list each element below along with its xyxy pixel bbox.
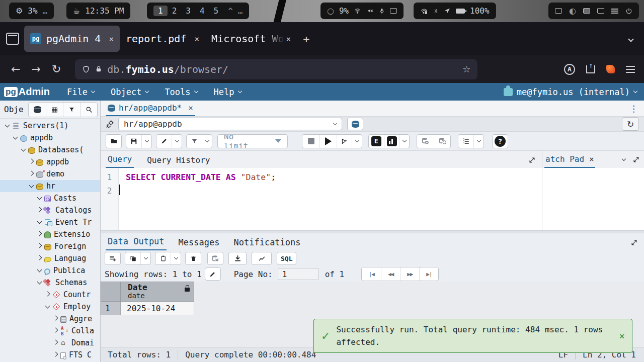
download-button[interactable] <box>229 252 246 264</box>
workspace-more[interactable]: … <box>238 6 243 16</box>
tree-item-servers-1[interactable]: Servers(1) <box>0 120 100 132</box>
account-icon[interactable]: A <box>564 64 575 75</box>
data-cell[interactable]: 2025-10-24 <box>121 302 194 315</box>
menu-tools[interactable]: Tools <box>165 87 197 97</box>
open-file-button[interactable] <box>106 135 121 148</box>
last-page-button[interactable]: ▶| <box>419 267 438 281</box>
close-tab-icon[interactable]: × <box>194 34 199 44</box>
expand-icon[interactable] <box>27 173 35 175</box>
grid-column-header[interactable]: Date date <box>121 282 194 302</box>
copy-button[interactable] <box>125 252 140 264</box>
edit-menu-button[interactable] <box>172 135 182 148</box>
status-widget-right[interactable]: ◐ <box>548 3 639 19</box>
workspace-1[interactable]: 1 <box>153 6 168 16</box>
filter-button[interactable] <box>187 135 202 148</box>
sql-editor[interactable]: 1 2 SELECT CURRENT_DATE AS "Date"; <box>101 168 542 230</box>
save-file-button[interactable] <box>126 135 141 148</box>
tab-scratch-pad[interactable]: atch Pad × <box>544 152 595 168</box>
tree-item-colla[interactable]: ↓Colla <box>0 325 100 337</box>
workspace-4[interactable]: 4 <box>195 6 209 16</box>
close-toast-icon[interactable]: × <box>619 330 625 341</box>
menu-icon[interactable] <box>611 9 618 14</box>
workspace-switcher[interactable]: 12345 ^ … <box>147 3 249 19</box>
next-page-button[interactable]: ▶▶ <box>400 267 419 281</box>
power-icon[interactable] <box>625 8 632 15</box>
tree-item-foreign[interactable]: Foreign <box>0 240 100 252</box>
tree-item-aggre[interactable]: Aggre <box>0 313 100 325</box>
chevron-down-icon[interactable] <box>622 156 626 160</box>
tree-item-event-tr[interactable]: Event Tr <box>0 216 100 228</box>
shield-icon[interactable] <box>82 65 90 73</box>
tree-item-employ[interactable]: Employ <box>0 301 100 313</box>
save-menu-button[interactable] <box>141 135 151 148</box>
tab-messages[interactable]: Messages <box>177 236 222 250</box>
paste-menu-button[interactable] <box>171 252 181 264</box>
tree-item-domai[interactable]: Domai <box>0 337 100 349</box>
code-area[interactable]: SELECT CURRENT_DATE AS "Date"; <box>119 168 542 230</box>
tab-notifications[interactable]: Notifications <box>231 236 302 250</box>
scratch-pad-body[interactable] <box>542 168 644 230</box>
expand-icon[interactable] <box>51 342 59 344</box>
workspace-5[interactable]: 5 <box>209 6 223 16</box>
copy-menu-button[interactable] <box>140 252 150 264</box>
execute-menu-button[interactable] <box>352 135 362 148</box>
url-bar[interactable]: db.fymio.us/browser/ ☆ <box>75 59 477 79</box>
execute-button[interactable] <box>319 135 337 148</box>
browser-tab-pgadmin[interactable]: pg pgAdmin 4 × <box>24 26 120 52</box>
menu-file[interactable]: File <box>67 87 95 97</box>
tree-item-publica[interactable]: Publica <box>0 264 100 277</box>
stop-button[interactable] <box>302 135 319 148</box>
expand-icon[interactable] <box>35 210 43 211</box>
tree-item-schemas[interactable]: Schemas <box>0 277 100 289</box>
new-connection-button[interactable] <box>347 118 363 130</box>
collapse-icon[interactable] <box>43 306 51 308</box>
expand-icon[interactable] <box>51 318 59 320</box>
explain-button[interactable]: E <box>369 135 384 148</box>
grid-corner-cell[interactable] <box>101 282 121 302</box>
back-icon[interactable]: ← <box>11 63 20 75</box>
browser-tab-report[interactable]: report.pdf × <box>120 26 205 52</box>
execute-options-button[interactable] <box>337 135 352 148</box>
lock-icon[interactable] <box>95 65 102 73</box>
row-number-cell[interactable]: 1 <box>101 302 121 315</box>
rollback-button[interactable] <box>434 135 450 148</box>
add-row-button[interactable] <box>105 252 120 264</box>
expand-icon[interactable] <box>27 161 35 163</box>
macro-menu-button[interactable] <box>473 135 484 148</box>
edit-range-button[interactable] <box>205 267 221 281</box>
query-tool-tab[interactable]: hr/app@appdb* × <box>106 101 195 116</box>
limit-select[interactable]: No limit <box>218 135 287 148</box>
close-icon[interactable]: × <box>589 154 594 164</box>
tree-item-extensio[interactable]: Extensio <box>0 228 100 240</box>
prev-page-button[interactable]: ◀◀ <box>381 267 400 281</box>
expand-icon[interactable] <box>35 234 43 235</box>
tab-data-output[interactable]: Data Output <box>106 235 167 250</box>
cpu-widget[interactable]: ⚙ 3% … <box>9 3 54 19</box>
workspace-3[interactable]: 3 <box>181 6 195 16</box>
collapse-icon[interactable] <box>35 198 43 199</box>
list-tabs-icon[interactable] <box>629 34 633 43</box>
explain-menu-button[interactable] <box>399 135 409 148</box>
tree-item-demo[interactable]: demo <box>0 168 100 180</box>
user-menu[interactable]: me@fymio.us (internal) <box>504 87 637 97</box>
plug-icon[interactable] <box>106 120 114 128</box>
tree-item-languag[interactable]: Languag <box>0 252 100 264</box>
tab-query[interactable]: Query <box>106 152 134 168</box>
firefox-view-icon[interactable] <box>6 33 19 45</box>
paste-button[interactable] <box>155 252 171 264</box>
expand-icon[interactable] <box>43 294 51 296</box>
reload-icon[interactable]: ↻ <box>52 63 61 75</box>
tree-item-countr[interactable]: Countr <box>0 289 100 301</box>
tree-item-appdb[interactable]: appdb <box>0 132 100 144</box>
close-tab-icon[interactable]: × <box>109 34 114 44</box>
refresh-connection-button[interactable]: ↻ <box>622 117 639 131</box>
clock-widget[interactable]: ☕ 12:35 PM <box>66 3 130 19</box>
save-data-button[interactable] <box>208 252 223 264</box>
tree-item-appdb[interactable]: appdb <box>0 156 100 168</box>
collapse-icon[interactable] <box>35 222 43 223</box>
first-page-button[interactable]: |◀ <box>362 267 381 281</box>
macro-button[interactable] <box>458 135 473 148</box>
commit-button[interactable] <box>417 135 434 148</box>
collapse-icon[interactable] <box>27 186 35 187</box>
menu-help[interactable]: Help <box>214 87 242 97</box>
